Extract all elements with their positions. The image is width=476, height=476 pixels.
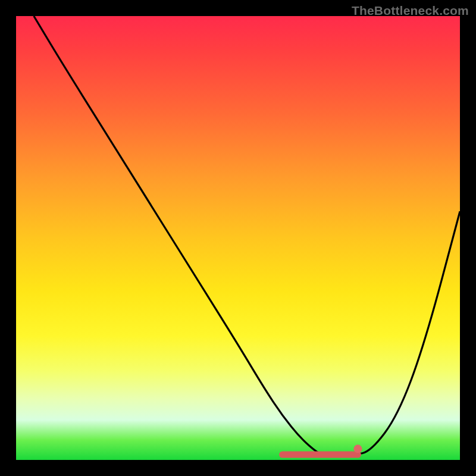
chart-plot-area [16,16,460,460]
bottleneck-curve [34,16,460,456]
marker-dot [353,444,362,453]
watermark-text: TheBottleneck.com [352,4,469,18]
chart-svg [16,16,460,460]
